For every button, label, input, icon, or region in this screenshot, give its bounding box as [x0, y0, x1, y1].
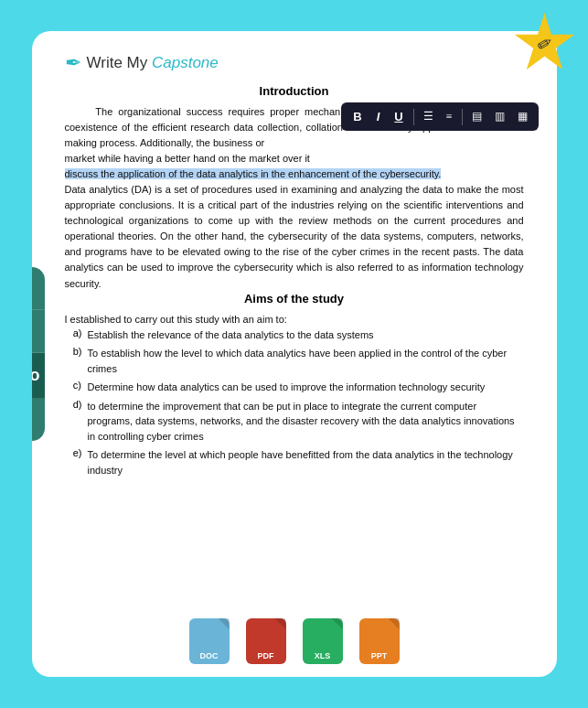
list-label-c: c)	[65, 380, 83, 395]
unordered-list-icon[interactable]: ☰	[420, 107, 437, 126]
intro-heading: Introduction	[65, 84, 524, 98]
xls-icon-shape: XLS	[303, 618, 343, 664]
badge-star: ✏	[514, 13, 576, 75]
list-label-b: b)	[65, 346, 83, 376]
intro-paragraph-2: market while having a better hand on the…	[65, 151, 524, 166]
align-left-icon[interactable]: ▤	[468, 107, 486, 126]
italic-button[interactable]: I	[372, 107, 385, 126]
aims-list: a) Establish the relevance of the data a…	[65, 327, 524, 478]
list-item: a) Establish the relevance of the data a…	[65, 327, 524, 343]
logo-area: ✒ Write My Capstone	[65, 51, 524, 75]
list-text-e: To determine the level at which people h…	[88, 447, 524, 477]
align-center-icon[interactable]: ▥	[491, 107, 508, 126]
sidebar-item-mla[interactable]: MLA	[32, 267, 45, 310]
sidebar-item-apa[interactable]: APA	[32, 310, 45, 353]
ppt-icon-shape: PPT	[359, 618, 400, 664]
doc-label: DOC	[200, 651, 219, 660]
outer-card: ✏ MLA APA Chicago Harvard ✒ Write My Cap…	[11, 11, 578, 697]
list-text-c: Determine how data analytics can be used…	[88, 380, 486, 395]
toolbar-divider-1	[413, 109, 414, 125]
logo-icon: ✒	[65, 51, 81, 75]
toolbar-divider-2	[462, 109, 463, 125]
doc-content: ✒ Write My Capstone B I U ☰ ≡ ▤ ▥ ▦ Intr…	[32, 31, 557, 609]
doc-icon-shape: DOC	[189, 618, 230, 664]
badge: ✏	[514, 13, 576, 75]
intro-paragraph-3: Data analytics (DA) is a set of procedur…	[65, 182, 524, 291]
list-label-d: d)	[65, 399, 83, 445]
ppt-label: PPT	[371, 651, 388, 660]
sidebar-item-harvard[interactable]: Harvard	[32, 399, 45, 441]
list-item: c) Determine how data analytics can be u…	[65, 380, 524, 395]
intro-highlighted-text: discuss the application of the data anal…	[65, 166, 524, 182]
file-icon-pdf[interactable]: PDF	[246, 618, 286, 664]
sidebar: MLA APA Chicago Harvard	[32, 267, 45, 441]
list-item: d) to determine the improvement that can…	[65, 399, 524, 445]
list-item: e) To determine the level at which peopl…	[65, 447, 524, 477]
pdf-icon-shape: PDF	[246, 618, 286, 664]
formatting-toolbar: B I U ☰ ≡ ▤ ▥ ▦	[341, 102, 538, 131]
list-text-b: To establish how the level to which data…	[88, 346, 524, 376]
sidebar-item-chicago[interactable]: Chicago	[32, 353, 45, 399]
xls-label: XLS	[315, 651, 331, 660]
badge-icon: ✏	[532, 30, 557, 57]
list-text-d: to determine the improvement that can be…	[88, 399, 524, 445]
aims-heading: Aims of the study	[65, 292, 524, 306]
file-icon-ppt[interactable]: PPT	[359, 618, 400, 664]
underline-button[interactable]: U	[390, 107, 407, 126]
bold-button[interactable]: B	[348, 107, 366, 126]
list-label-e: e)	[65, 447, 83, 477]
align-right-icon[interactable]: ▦	[514, 107, 531, 126]
list-text-a: Establish the relevance of the data anal…	[88, 327, 374, 343]
logo-text: Write My Capstone	[87, 54, 219, 72]
file-icon-doc[interactable]: DOC	[189, 618, 230, 664]
list-label-a: a)	[65, 327, 83, 343]
pdf-label: PDF	[258, 651, 274, 660]
list-item: b) To establish how the level to which d…	[65, 346, 524, 376]
file-icon-xls[interactable]: XLS	[303, 618, 343, 664]
aims-intro: I established to carry out this study wi…	[65, 312, 524, 327]
ordered-list-icon[interactable]: ≡	[443, 107, 456, 126]
main-card: MLA APA Chicago Harvard ✒ Write My Capst…	[32, 31, 557, 677]
file-icons-bar: DOC PDF XLS PPT	[32, 609, 557, 677]
